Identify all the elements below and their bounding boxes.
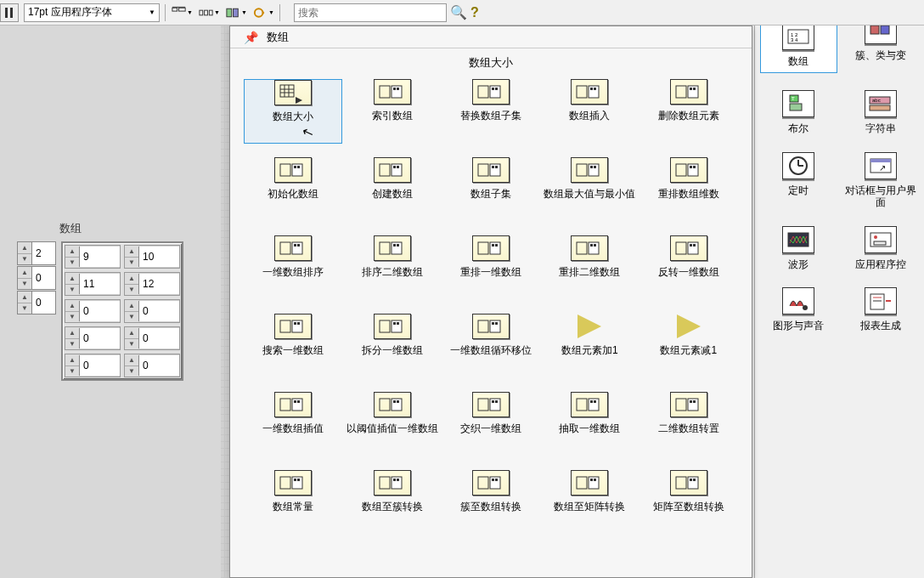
palette-item-perm1d[interactable]: 重排一维数组 [442,235,540,300]
palette-item-rotate[interactable]: 一维数组循环移位 [442,314,540,378]
up-button[interactable]: ▲ [18,267,31,279]
palette-item-const[interactable]: 数组常量 [244,470,342,535]
up-button[interactable]: ▲ [18,242,31,254]
cell-value[interactable]: 11 [79,274,120,294]
palette-item-perm2d[interactable]: 重排二维数组 [540,235,639,300]
palette-item-grid-arrow[interactable]: 数组大小↖ [244,79,342,144]
category-报表生成[interactable]: 报表生成 [842,287,920,332]
distribute-icon[interactable]: ▼ [198,3,220,22]
index-cell[interactable]: ▲▼0 [17,266,56,290]
palette-item-build-arr[interactable]: 创建数组 [342,157,441,222]
array-cell[interactable]: ▲▼10 [124,245,180,269]
palette-item-delete-elem[interactable]: 删除数组元素 [639,79,738,144]
array-cell[interactable]: ▲▼0 [124,326,180,350]
palette-item-init-arr[interactable]: 初始化数组 [244,157,342,222]
array-cell[interactable]: ▲▼0 [65,326,121,350]
search-icon[interactable]: 🔍 [450,4,467,20]
palette-item-thresh[interactable]: 以阈值插值一维数组 [342,392,441,456]
help-icon[interactable]: ? [470,5,479,20]
palette-item-interp[interactable]: 一维数组插值 [244,392,342,456]
up-button[interactable]: ▲ [125,354,138,366]
array-cell[interactable]: ▲▼9 [65,245,121,269]
palette-item-to-array[interactable]: 簇至数组转换 [442,470,540,535]
category-布尔[interactable]: T布尔 [760,90,837,134]
resize-icon[interactable]: ▼ [225,3,247,22]
palette-item-inc[interactable]: 数组元素加1 [540,314,639,378]
cell-value[interactable]: 0 [138,355,179,376]
index-cell[interactable]: ▲▼2 [17,241,56,265]
palette-item-subset[interactable]: 数组子集 [442,157,540,222]
category-对话框与用户界面[interactable]: ↗对话框与用户界面 [842,152,920,209]
palette-item-search1d[interactable]: 搜索一维数组 [244,314,342,378]
up-button[interactable]: ▲ [125,246,138,258]
cell-value[interactable]: 0 [79,301,120,321]
category-字符串[interactable]: abc字符串 [842,90,920,134]
palette-item-split1d[interactable]: 拆分一维数组 [342,314,441,378]
cell-value[interactable]: 0 [79,328,120,348]
align-icon[interactable]: ▼ [171,3,193,22]
down-button[interactable]: ▼ [125,339,138,350]
cell-value[interactable]: 12 [138,274,179,294]
palette-item-reverse[interactable]: 反转一维数组 [639,235,738,300]
down-button[interactable]: ▼ [65,258,79,269]
palette-item-transpose[interactable]: 二维数组转置 [639,392,738,456]
up-button[interactable]: ▲ [125,327,138,339]
up-button[interactable]: ▲ [65,246,79,258]
palette-item-sort2d[interactable]: 排序二维数组 [342,235,441,300]
array-cell[interactable]: ▲▼12 [124,272,180,296]
palette-item-index-arr[interactable]: 索引数组 [342,79,441,144]
up-button[interactable]: ▲ [125,300,138,312]
palette-item-to-matrix[interactable]: 数组至矩阵转换 [540,470,639,535]
array-control[interactable]: 数组 ▲▼2▲▼0▲▼0 ▲▼9▲▼10▲▼11▲▼12▲▼0▲▼0▲▼0▲▼0… [17,221,183,381]
index-cell[interactable]: ▲▼0 [17,291,56,314]
down-button[interactable]: ▼ [18,254,31,265]
down-button[interactable]: ▼ [125,366,138,377]
category-图形与声音[interactable]: 图形与声音 [760,287,837,332]
palette-item-decimate[interactable]: 抽取一维数组 [540,392,639,456]
index-value[interactable]: 0 [31,267,55,289]
cell-value[interactable]: 0 [138,328,179,348]
up-button[interactable]: ▲ [65,300,79,312]
palette-item-reshape[interactable]: 重排数组维数 [639,157,738,222]
category-定时[interactable]: 定时 [760,152,837,209]
down-button[interactable]: ▼ [18,303,31,314]
up-button[interactable]: ▲ [125,273,138,285]
down-button[interactable]: ▼ [125,285,138,296]
array-cell[interactable]: ▲▼0 [65,299,121,323]
index-value[interactable]: 0 [31,292,55,314]
up-button[interactable]: ▲ [65,354,79,366]
search-input[interactable] [294,3,447,22]
down-button[interactable]: ▼ [65,312,79,323]
up-button[interactable]: ▲ [18,292,31,303]
pause-button[interactable] [0,3,19,22]
palette-item-replace-sub[interactable]: 替换数组子集 [442,79,540,144]
pin-icon[interactable]: 📌 [244,31,258,44]
down-button[interactable]: ▼ [65,285,79,296]
down-button[interactable]: ▼ [18,279,31,290]
reorder-icon[interactable]: ▼ [252,3,274,22]
cell-value[interactable]: 0 [138,301,179,321]
array-cell[interactable]: ▲▼0 [65,354,121,377]
cell-value[interactable]: 10 [138,246,179,267]
index-value[interactable]: 2 [31,242,55,264]
palette-item-from-matrix[interactable]: 矩阵至数组转换 [639,470,738,535]
array-cell[interactable]: ▲▼11 [65,272,121,296]
cell-value[interactable]: 9 [79,246,120,267]
down-button[interactable]: ▼ [125,312,138,323]
category-应用程序控[interactable]: 应用程序控 [842,226,920,270]
array-cell[interactable]: ▲▼0 [124,299,180,323]
up-button[interactable]: ▲ [65,327,79,339]
up-button[interactable]: ▲ [65,273,79,285]
font-selector[interactable]: 17pt 应用程序字体 ▼ [24,3,160,22]
palette-item-interleave[interactable]: 交织一维数组 [442,392,540,456]
category-波形[interactable]: 波形 [760,226,837,270]
array-cell[interactable]: ▲▼0 [124,354,180,377]
palette-item-dec[interactable]: 数组元素减1 [639,314,738,378]
down-button[interactable]: ▼ [65,339,79,350]
down-button[interactable]: ▼ [65,366,79,377]
palette-item-to-cluster[interactable]: 数组至簇转换 [342,470,441,535]
palette-item-insert-arr[interactable]: 数组插入 [540,79,639,144]
palette-item-maxmin[interactable]: 数组最大值与最小值 [540,157,639,222]
cell-value[interactable]: 0 [79,355,120,376]
palette-item-sort1d[interactable]: 一维数组排序 [244,235,342,300]
